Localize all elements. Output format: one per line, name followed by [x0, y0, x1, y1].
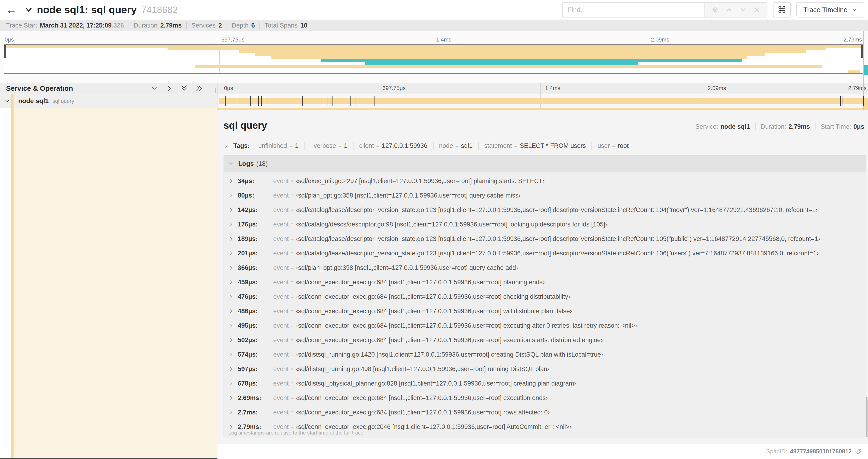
log-marker-tick[interactable] [225, 96, 226, 106]
find-input[interactable] [563, 3, 705, 17]
next-match-chevron-down-icon[interactable] [740, 6, 747, 13]
log-marker-tick[interactable] [330, 96, 331, 106]
log-row[interactable]: 201μs: event = ‹sql/catalog/lease/descri… [224, 246, 866, 261]
log-expand-chevron-right-icon[interactable] [228, 251, 234, 256]
column-resize-grip[interactable] [214, 88, 216, 93]
trace-view-dropdown[interactable]: Trace Timeline [796, 2, 864, 18]
log-marker-tick[interactable] [323, 96, 324, 106]
log-marker-tick[interactable] [302, 96, 303, 106]
log-expand-chevron-right-icon[interactable] [228, 337, 234, 342]
log-expand-chevron-right-icon[interactable] [228, 178, 234, 184]
span-color-accent [11, 108, 13, 458]
log-marker-tick[interactable] [328, 96, 328, 106]
log-row[interactable]: 2.69ms: event = ‹sql/conn_executor_exec.… [224, 391, 866, 405]
expand-all-double-chevron-right-icon[interactable] [195, 85, 203, 92]
log-expand-chevron-right-icon[interactable] [228, 395, 234, 400]
minimap-right-drag-handle[interactable] [861, 45, 863, 58]
log-marker-tick[interactable] [334, 96, 334, 106]
log-equals-sign: = [290, 250, 293, 257]
log-timestamp: 366μs: [238, 264, 273, 271]
log-marker-tick[interactable] [840, 96, 841, 106]
log-row[interactable]: 176μs: event = ‹sql/catalog/descs/descri… [224, 217, 866, 232]
scrollbar-thumb[interactable] [866, 396, 868, 437]
span-row-timeline[interactable] [217, 94, 868, 108]
clear-search-x-icon[interactable] [753, 6, 760, 13]
minimap-left-drag-handle[interactable] [4, 45, 6, 58]
log-row[interactable]: 502μs: event = ‹sql/conn_executor_exec.g… [224, 333, 866, 347]
log-expand-chevron-right-icon[interactable] [228, 366, 234, 371]
log-expand-chevron-right-icon[interactable] [228, 222, 234, 227]
log-expand-chevron-right-icon[interactable] [228, 193, 234, 198]
log-row[interactable]: 678μs: event = ‹sql/distsql_physical_pla… [224, 376, 866, 391]
summary-value: 2 [218, 22, 222, 29]
log-equals-sign: = [290, 323, 293, 329]
collapse-trace-chevron-icon[interactable] [25, 6, 33, 14]
log-marker-tick[interactable] [843, 96, 843, 106]
log-expand-chevron-right-icon[interactable] [228, 308, 234, 314]
expand-one-chevron-right-icon[interactable] [165, 85, 173, 92]
summary-value-fraction: .326 [112, 22, 124, 29]
log-marker-tick[interactable] [350, 96, 351, 106]
log-row[interactable]: 2.7ms: event = ‹sql/conn_executor_exec.g… [224, 405, 866, 420]
log-row[interactable]: 142μs: event = ‹sql/catalog/lease/descri… [224, 203, 866, 217]
log-row[interactable]: 366μs: event = ‹sql/plan_opt.go:358 [nsq… [224, 261, 866, 275]
log-row[interactable]: 486μs: event = ‹sql/conn_executor_exec.g… [224, 304, 866, 318]
log-marker-tick[interactable] [264, 96, 265, 106]
log-marker-tick[interactable] [863, 96, 864, 106]
tag-key: _verbose [310, 142, 336, 150]
detail-header: sql query Service:node sql1Duration:2.79… [223, 110, 868, 131]
log-expand-chevron-right-icon[interactable] [228, 352, 234, 357]
log-expand-chevron-right-icon[interactable] [228, 265, 234, 270]
locate-icon[interactable] [712, 6, 719, 13]
log-equals-sign: = [290, 366, 293, 372]
ruler-tick-label: 0μs [5, 36, 14, 43]
keyboard-shortcuts-button[interactable]: ⌘ [773, 2, 791, 18]
log-row[interactable]: 189μs: event = ‹sql/catalog/lease/descri… [224, 232, 866, 246]
log-marker-tick[interactable] [374, 96, 375, 106]
log-expand-chevron-right-icon[interactable] [228, 410, 234, 415]
log-expand-chevron-right-icon[interactable] [228, 381, 234, 386]
tags-expand-chevron-right-icon[interactable] [223, 143, 229, 149]
logs-header[interactable]: Logs (18) [224, 156, 866, 172]
log-marker-tick[interactable] [332, 96, 333, 106]
span-row-name-column[interactable]: node sql1 sql query [0, 94, 217, 108]
log-expand-chevron-right-icon[interactable] [228, 207, 234, 212]
log-marker-tick[interactable] [236, 96, 236, 106]
log-row[interactable]: 597μs: event = ‹sql/distsql_running.go:4… [224, 362, 866, 376]
log-field-key: event [273, 409, 289, 416]
log-field-value: ‹sql/conn_executor_exec.go:684 [nsql1,cl… [296, 336, 603, 344]
span-collapse-chevron-down-icon[interactable] [4, 98, 10, 104]
log-marker-tick[interactable] [250, 96, 251, 106]
log-expand-chevron-right-icon[interactable] [228, 323, 234, 328]
log-row[interactable]: 476μs: event = ‹sql/conn_executor_exec.g… [224, 289, 866, 304]
collapse-one-chevron-down-icon[interactable] [150, 85, 158, 92]
log-row[interactable]: 459μs: event = ‹sql/conn_executor_exec.g… [224, 275, 866, 289]
log-expand-chevron-right-icon[interactable] [228, 424, 234, 429]
minimap-ruler: 0μs697.75μs1.4ms2.09ms2.79ms [4, 31, 863, 44]
logs-collapse-chevron-down-icon[interactable] [228, 161, 234, 167]
log-marker-tick[interactable] [261, 96, 262, 106]
log-row[interactable]: 80μs: event = ‹sql/plan_opt.go:358 [nsql… [224, 188, 866, 203]
log-row[interactable]: 574μs: event = ‹sql/distsql_running.go:1… [224, 347, 866, 362]
log-row[interactable]: 495μs: event = ‹sql/conn_executor_exec.g… [224, 318, 866, 333]
log-expand-chevron-right-icon[interactable] [228, 236, 234, 241]
log-field-value: ‹sql/conn_executor_exec.go:684 [nsql1,cl… [296, 409, 550, 416]
log-expand-chevron-right-icon[interactable] [228, 294, 234, 299]
log-marker-tick[interactable] [355, 96, 356, 106]
log-row[interactable]: 34μs: event = ‹sql/exec_util.go:2297 [ns… [224, 174, 866, 188]
collapse-all-double-chevron-down-icon[interactable] [180, 85, 188, 92]
deep-link-icon[interactable] [856, 448, 862, 455]
log-field-value: ‹sql/catalog/lease/descriptor_version_st… [296, 250, 819, 257]
log-marker-tick[interactable] [258, 96, 259, 106]
tags-row[interactable]: Tags: _unfinished=1_verbose=1client=127.… [223, 142, 868, 150]
span-row[interactable]: node sql1 sql query [0, 94, 868, 108]
span-duration-bar[interactable] [219, 98, 867, 104]
log-expand-chevron-right-icon[interactable] [228, 280, 234, 285]
log-equals-sign: = [290, 236, 293, 242]
prev-match-chevron-up-icon[interactable] [726, 6, 733, 13]
ruler-tick-label: 1.4ms [545, 85, 560, 92]
minimap-canvas[interactable] [4, 44, 863, 74]
ruler-tick-label: 697.75μs [221, 36, 245, 43]
tag-equals-sign: = [376, 142, 379, 149]
back-arrow-icon[interactable]: ← [6, 4, 17, 15]
